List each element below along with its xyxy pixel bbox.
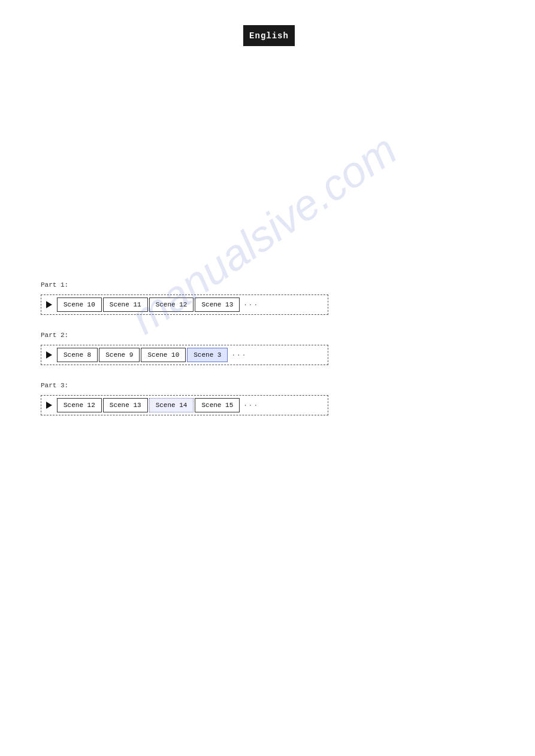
english-badge: English	[243, 25, 295, 46]
part-section-2: Part 2:Scene 8Scene 9Scene 10Scene 3···	[41, 332, 328, 365]
part-section-3: Part 3:Scene 12Scene 13Scene 14Scene 15·…	[41, 382, 328, 415]
scene-button-p2-s1[interactable]: Scene 8	[57, 348, 98, 362]
part-label-2: Part 2:	[41, 332, 328, 339]
play-icon-3	[44, 400, 55, 411]
dots-trail-2: ···	[231, 351, 247, 359]
scene-button-p3-s1[interactable]: Scene 12	[57, 398, 102, 412]
scene-button-p3-s2[interactable]: Scene 13	[103, 398, 148, 412]
part-label-3: Part 3:	[41, 382, 328, 389]
part-label-1: Part 1:	[41, 281, 328, 289]
scene-button-p1-s1[interactable]: Scene 10	[57, 297, 102, 312]
part-row-1: Scene 10Scene 11Scene 12Scene 13···	[41, 294, 328, 315]
part-row-3: Scene 12Scene 13Scene 14Scene 15···	[41, 395, 328, 415]
scene-button-p1-s4[interactable]: Scene 13	[195, 297, 240, 312]
scene-button-p1-s2[interactable]: Scene 11	[103, 297, 148, 312]
scene-button-p3-s4[interactable]: Scene 15	[195, 398, 240, 412]
part-row-2: Scene 8Scene 9Scene 10Scene 3···	[41, 345, 328, 365]
scene-button-p2-s2[interactable]: Scene 9	[99, 348, 140, 362]
scene-button-p2-s3[interactable]: Scene 10	[141, 348, 186, 362]
part-section-1: Part 1:Scene 10Scene 11Scene 12Scene 13·…	[41, 281, 328, 315]
dots-trail-1: ···	[243, 301, 259, 308]
play-icon-2	[44, 350, 55, 360]
scene-button-p3-s3[interactable]: Scene 14	[149, 398, 194, 412]
parts-container: Part 1:Scene 10Scene 11Scene 12Scene 13·…	[41, 281, 328, 415]
dots-trail-3: ···	[243, 402, 259, 409]
play-icon-1	[44, 299, 55, 310]
scene-button-p2-s4[interactable]: Scene 3	[187, 348, 228, 362]
scene-button-p1-s3[interactable]: Scene 12	[149, 297, 194, 312]
